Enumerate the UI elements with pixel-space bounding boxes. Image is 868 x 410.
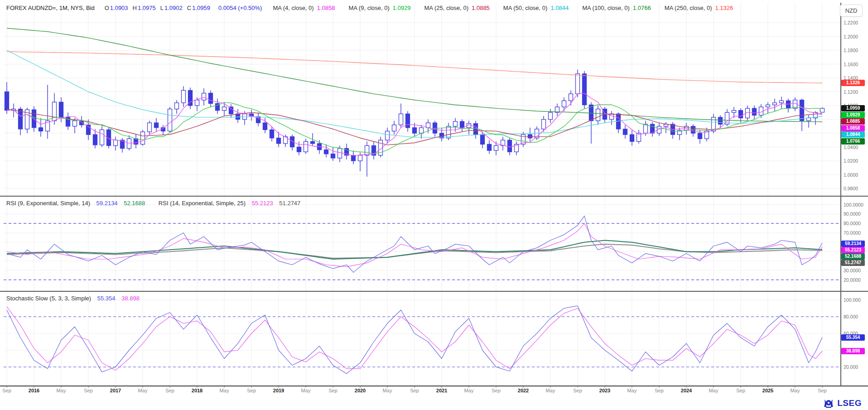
rsi-panel-legend: RSI (9, Exponential, Simple, 14) 59.2134… — [6, 200, 305, 207]
rsi14-label: RSI (14, Exponential, Simple, 25) — [159, 200, 246, 207]
ohlc-item: H1.0975 — [133, 5, 156, 11]
price-axis-label: 0.9800 — [844, 186, 858, 191]
x-axis-label: May — [138, 388, 148, 393]
rsi9-ma-value: 52.1688 — [124, 200, 145, 207]
ma-legend: MA (4, close, 0)1.0858MA (9, close, 0)1.… — [273, 5, 747, 11]
chart-legend: FOREX AUDNZD=, 1M, NYS, Bid O1.0903H1.09… — [0, 0, 747, 15]
stoch-axis-label: 80.000 — [844, 314, 858, 319]
x-axis-label: Sep — [2, 388, 11, 393]
price-axis-label: 1.1600 — [844, 62, 858, 67]
ma-legend-item: MA (9, close, 0)1.0929 — [348, 5, 410, 11]
rsi-badge: 51.2747 — [841, 260, 865, 266]
ma-legend-item: MA (4, close, 0)1.0858 — [273, 5, 335, 11]
x-axis-label: 2016 — [29, 388, 39, 393]
ohlc-item: L1.0902 — [160, 5, 183, 11]
stochastic-panel-legend: Stochastic Slow (5, 3, 3, Simple) 55.354… — [6, 295, 144, 302]
rsi-axis-label: 30.0000 — [844, 268, 861, 273]
x-axis-label: 2017 — [110, 388, 121, 393]
rsi-axis-label: 90.0000 — [844, 211, 861, 217]
x-axis-label: Sep — [492, 388, 501, 393]
price-badge: 1.0885 — [841, 118, 865, 125]
rsi-axis-label: 70.0000 — [844, 230, 861, 236]
lseg-logo: LSEG — [823, 397, 862, 409]
ohlc-item: O1.0903 — [105, 5, 128, 11]
rsi-axis-label: 80.0000 — [844, 221, 861, 226]
rsi-axis-label: 20.0000 — [844, 277, 861, 283]
price-axis-label: 1.2200 — [844, 20, 858, 25]
chart-application: FOREX AUDNZD=, 1M, NYS, Bid O1.0903H1.09… — [0, 0, 868, 410]
x-axis-label: 2023 — [599, 388, 610, 393]
price-badge: 1.0959 — [841, 105, 865, 111]
x-axis-label: May — [546, 388, 555, 393]
stoch-badge: 38.898 — [841, 348, 865, 354]
price-axis-label: 1.1800 — [844, 48, 858, 53]
ohlc-item: C1.0959 — [187, 5, 210, 11]
x-axis-line — [0, 386, 868, 386]
ma-legend-item: MA (50, close, 0)1.0844 — [503, 5, 569, 11]
x-axis-label: Sep — [247, 388, 256, 393]
x-axis-label: Sep — [84, 388, 93, 393]
ohlc-readout: O1.0903H1.0975L1.0902C1.0959 — [105, 5, 215, 11]
x-axis-label: 2019 — [273, 388, 284, 393]
lseg-crest-icon — [823, 398, 834, 409]
x-axis-label: 2024 — [681, 388, 692, 393]
instrument-title: FOREX AUDNZD=, 1M, NYS, Bid — [6, 5, 95, 11]
rsi-badge: 52.1688 — [841, 253, 865, 260]
rsi-badge: 55.2123 — [841, 247, 865, 253]
x-axis-label: Sep — [165, 388, 174, 393]
currency-chip[interactable]: NZD — [840, 5, 863, 17]
x-axis-label: 2020 — [355, 388, 366, 393]
x-axis-label: May — [220, 388, 229, 393]
rsi-axis-label: 100.0000 — [844, 202, 863, 207]
rsi-badge: 59.2134 — [841, 241, 865, 247]
price-badge: 1.0929 — [841, 112, 865, 118]
x-axis-label: May — [301, 388, 311, 393]
stoch-badge: 55.354 — [841, 334, 865, 341]
stoch-axis-label: 20.000 — [844, 364, 858, 370]
rsi9-value: 59.2134 — [96, 200, 118, 207]
x-axis-label: May — [791, 388, 800, 393]
panel-separator[interactable] — [0, 196, 868, 197]
x-axis-label: Sep — [410, 388, 419, 393]
x-axis-label: 2018 — [192, 388, 203, 393]
price-badge: 1.0766 — [841, 138, 865, 145]
ma-legend-item: MA (25, close, 0)1.0885 — [424, 5, 490, 11]
x-axis-label: Sep — [573, 388, 582, 393]
price-axis-label: 1.1200 — [844, 89, 858, 95]
rsi9-label: RSI (9, Exponential, Simple, 14) — [6, 200, 90, 207]
x-axis-label: May — [709, 388, 719, 393]
price-axis-label: 1.0200 — [844, 158, 858, 164]
price-badge: 1.0844 — [841, 131, 865, 138]
x-axis-label: 2021 — [436, 388, 447, 393]
ma-legend-item: MA (100, close, 0)1.0766 — [582, 5, 651, 11]
x-axis-label: May — [464, 388, 474, 393]
price-axis-label: 1.0400 — [844, 145, 858, 150]
price-axis-border — [840, 3, 841, 386]
price-axis-label: 1.2000 — [844, 34, 858, 39]
stochastic-k-value: 55.354 — [97, 295, 116, 302]
x-axis-label: Sep — [655, 388, 664, 393]
x-axis-label: 2022 — [518, 388, 529, 393]
x-axis-label: May — [57, 388, 66, 393]
ma250-price-badge: 1.1326 — [841, 80, 865, 86]
change-readout: 0.0054 (+0.50%) — [218, 5, 262, 11]
x-axis-label: Sep — [736, 388, 745, 393]
x-axis-label: Sep — [818, 388, 827, 393]
panel-separator[interactable] — [0, 291, 868, 292]
x-axis-label: 2025 — [762, 388, 773, 393]
currency-label: NZD — [845, 7, 858, 14]
stochastic-label: Stochastic Slow (5, 3, 3, Simple) — [6, 295, 91, 302]
price-badge: 1.0858 — [841, 125, 865, 131]
stoch-axis-label: 100.000 — [844, 297, 861, 303]
stochastic-d-value: 38.898 — [121, 295, 140, 302]
x-axis-label: May — [627, 388, 637, 393]
ma-legend-item: MA (250, close, 0)1.1326 — [665, 5, 733, 11]
rsi14-value: 55.2123 — [252, 200, 273, 207]
x-axis-label: Sep — [328, 388, 338, 393]
rsi14-ma-value: 51.2747 — [279, 200, 300, 207]
x-axis-label: May — [383, 388, 392, 393]
price-axis-label: 1.0000 — [844, 172, 858, 178]
